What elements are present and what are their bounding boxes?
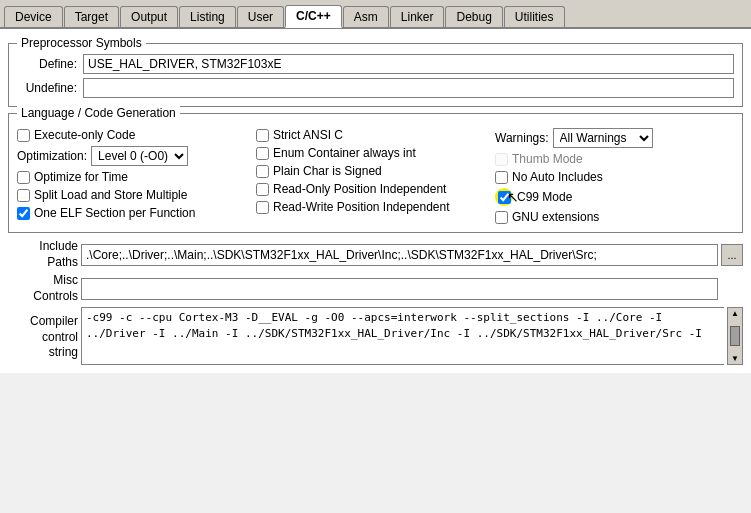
- warnings-row: Warnings: All Warnings No Warnings: [495, 128, 734, 148]
- read-only-checkbox[interactable]: [256, 183, 269, 196]
- compiler-row: Compiler control string ▲ ▼: [8, 307, 743, 365]
- language-grid: Execute-only Code Optimization: Level 0 …: [17, 128, 734, 224]
- split-load-row: Split Load and Store Multiple: [17, 188, 256, 202]
- language-col1: Execute-only Code Optimization: Level 0 …: [17, 128, 256, 224]
- compiler-with-scroll: [81, 307, 724, 365]
- split-load-label: Split Load and Store Multiple: [34, 188, 187, 202]
- include-paths-input[interactable]: [81, 244, 718, 266]
- tab-linker[interactable]: Linker: [390, 6, 445, 27]
- strict-ansi-label: Strict ANSI C: [273, 128, 343, 142]
- tab-cpp[interactable]: C/C++: [285, 5, 342, 28]
- execute-only-checkbox[interactable]: [17, 129, 30, 142]
- no-auto-includes-checkbox[interactable]: [495, 171, 508, 184]
- plain-char-row: Plain Char is Signed: [256, 164, 495, 178]
- tab-utilities[interactable]: Utilities: [504, 6, 565, 27]
- preprocessor-title: Preprocessor Symbols: [17, 36, 146, 50]
- split-load-checkbox[interactable]: [17, 189, 30, 202]
- enum-container-checkbox[interactable]: [256, 147, 269, 160]
- execute-only-row: Execute-only Code: [17, 128, 256, 142]
- scroll-up-arrow[interactable]: ▲: [731, 309, 739, 318]
- tab-output[interactable]: Output: [120, 6, 178, 27]
- compiler-scrollbar[interactable]: ▲ ▼: [727, 307, 743, 365]
- no-auto-includes-row: No Auto Includes: [495, 170, 734, 184]
- language-col2: Strict ANSI C Enum Container always int …: [256, 128, 495, 224]
- optimization-select[interactable]: Level 0 (-O0) Level 1 (-O1) Level 2 (-O2…: [91, 146, 188, 166]
- no-auto-includes-label: No Auto Includes: [512, 170, 603, 184]
- strict-ansi-row: Strict ANSI C: [256, 128, 495, 142]
- optimize-time-row: Optimize for Time: [17, 170, 256, 184]
- gnu-ext-checkbox[interactable]: [495, 211, 508, 224]
- execute-only-label: Execute-only Code: [34, 128, 135, 142]
- tab-target[interactable]: Target: [64, 6, 119, 27]
- tab-bar: Device Target Output Listing User C/C++ …: [0, 0, 751, 29]
- undefine-input[interactable]: [83, 78, 734, 98]
- compiler-textarea[interactable]: [81, 307, 724, 365]
- undefine-label: Undefine:: [17, 81, 77, 95]
- misc-controls-label: Misc Controls: [8, 273, 78, 304]
- language-col3: Warnings: All Warnings No Warnings Thumb…: [495, 128, 734, 224]
- c99-row: ↖ C99 Mode: [495, 188, 734, 206]
- c99-highlight: ↖: [495, 188, 513, 206]
- gnu-ext-label: GNU extensions: [512, 210, 599, 224]
- optimize-time-label: Optimize for Time: [34, 170, 128, 184]
- preprocessor-fields: Define: Undefine:: [17, 54, 734, 98]
- c99-checkbox[interactable]: [498, 191, 511, 204]
- misc-controls-input[interactable]: [81, 278, 718, 300]
- warnings-label: Warnings:: [495, 131, 549, 145]
- warnings-select[interactable]: All Warnings No Warnings: [553, 128, 653, 148]
- compiler-label: Compiler control string: [8, 312, 78, 361]
- tab-device[interactable]: Device: [4, 6, 63, 27]
- thumb-mode-row: Thumb Mode: [495, 152, 734, 166]
- define-input[interactable]: [83, 54, 734, 74]
- one-elf-label: One ELF Section per Function: [34, 206, 195, 220]
- preprocessor-group: Preprocessor Symbols Define: Undefine:: [8, 43, 743, 107]
- one-elf-checkbox[interactable]: [17, 207, 30, 220]
- optimize-time-checkbox[interactable]: [17, 171, 30, 184]
- tab-user[interactable]: User: [237, 6, 284, 27]
- thumb-mode-checkbox: [495, 153, 508, 166]
- language-group: Language / Code Generation Execute-only …: [8, 113, 743, 233]
- tab-debug[interactable]: Debug: [445, 6, 502, 27]
- misc-controls-row: Misc Controls: [8, 273, 743, 304]
- bottom-section: Include Paths ... Misc Controls Compiler…: [8, 239, 743, 365]
- include-paths-row: Include Paths ...: [8, 239, 743, 270]
- one-elf-row: One ELF Section per Function: [17, 206, 256, 220]
- scroll-down-arrow[interactable]: ▼: [731, 354, 739, 363]
- thumb-mode-label: Thumb Mode: [512, 152, 583, 166]
- define-label: Define:: [17, 57, 77, 71]
- plain-char-label: Plain Char is Signed: [273, 164, 382, 178]
- c99-label: C99 Mode: [517, 190, 572, 204]
- enum-container-row: Enum Container always int: [256, 146, 495, 160]
- optimization-label: Optimization:: [17, 149, 87, 163]
- tab-listing[interactable]: Listing: [179, 6, 236, 27]
- read-write-label: Read-Write Position Independent: [273, 200, 450, 214]
- scroll-thumb[interactable]: [730, 326, 740, 346]
- plain-char-checkbox[interactable]: [256, 165, 269, 178]
- optimization-row: Optimization: Level 0 (-O0) Level 1 (-O1…: [17, 146, 256, 166]
- read-write-row: Read-Write Position Independent: [256, 200, 495, 214]
- language-title: Language / Code Generation: [17, 106, 180, 120]
- read-only-row: Read-Only Position Independent: [256, 182, 495, 196]
- include-paths-label: Include Paths: [8, 239, 78, 270]
- strict-ansi-checkbox[interactable]: [256, 129, 269, 142]
- enum-container-label: Enum Container always int: [273, 146, 416, 160]
- main-content: Preprocessor Symbols Define: Undefine: L…: [0, 29, 751, 373]
- include-paths-browse[interactable]: ...: [721, 244, 743, 266]
- tab-asm[interactable]: Asm: [343, 6, 389, 27]
- gnu-ext-row: GNU extensions: [495, 210, 734, 224]
- read-only-label: Read-Only Position Independent: [273, 182, 446, 196]
- read-write-checkbox[interactable]: [256, 201, 269, 214]
